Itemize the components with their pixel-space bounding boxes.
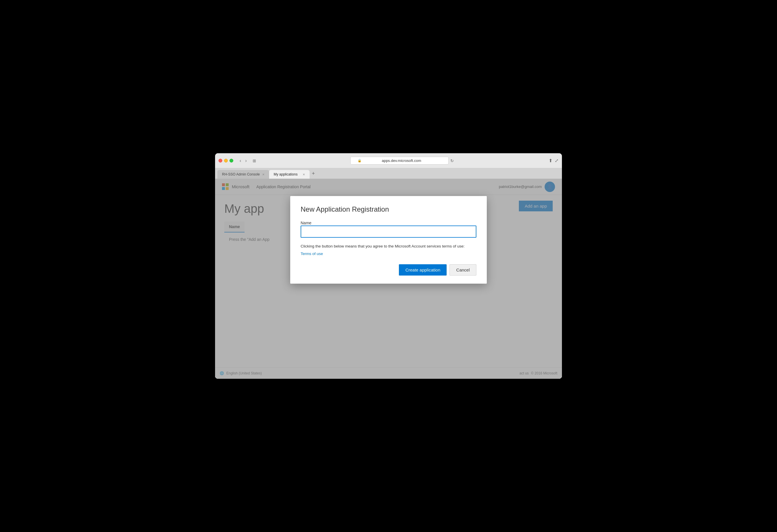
address-bar-text: apps.dev.microsoft.com: [363, 158, 440, 163]
close-button[interactable]: [219, 159, 222, 163]
cancel-button[interactable]: Cancel: [449, 264, 476, 276]
minimize-button[interactable]: [224, 159, 228, 163]
tab-rh-sso-label: RH-SSO Admin Console: [222, 172, 260, 176]
browser-window: ‹ › ⊞ 🔒 apps.dev.microsoft.com ↻ ⬆ ⤢ RH-…: [215, 153, 562, 379]
tab-rh-sso-close[interactable]: ✕: [262, 173, 264, 176]
modal-dialog: New Application Registration Name Clicki…: [290, 196, 487, 284]
create-application-button[interactable]: Create application: [399, 264, 447, 276]
tab-layout-button[interactable]: ⊞: [251, 157, 258, 164]
title-bar-actions: ⬆ ⤢: [549, 158, 558, 164]
back-nav-button[interactable]: ‹: [238, 157, 243, 165]
tab-my-applications-label: My applications: [274, 172, 298, 176]
tab-my-applications[interactable]: My applications ✕: [269, 170, 310, 179]
address-bar[interactable]: 🔒 apps.dev.microsoft.com: [350, 157, 449, 165]
forward-nav-button[interactable]: ›: [243, 157, 248, 165]
fullscreen-button[interactable]: ⤢: [555, 158, 558, 164]
modal-actions: Create application Cancel: [301, 264, 476, 276]
tab-rh-sso[interactable]: RH-SSO Admin Console ✕: [217, 170, 269, 179]
modal-title: New Application Registration: [301, 205, 476, 213]
address-bar-container: 🔒 apps.dev.microsoft.com ↻: [260, 157, 544, 165]
lock-icon: 🔒: [357, 159, 362, 163]
tabs-bar: RH-SSO Admin Console ✕ My applications ✕…: [215, 168, 562, 179]
tab-my-applications-close[interactable]: ✕: [303, 173, 305, 176]
name-label: Name: [301, 221, 311, 225]
title-bar: ‹ › ⊞ 🔒 apps.dev.microsoft.com ↻ ⬆ ⤢: [215, 153, 562, 168]
tos-text: Clicking the button below means that you…: [301, 243, 476, 249]
modal-overlay: New Application Registration Name Clicki…: [215, 179, 562, 379]
app-name-input[interactable]: [301, 225, 476, 238]
traffic-lights: [219, 159, 233, 163]
nav-buttons: ‹ ›: [238, 157, 249, 165]
terms-of-use-link[interactable]: Terms of use: [301, 251, 323, 256]
new-tab-button[interactable]: +: [310, 171, 317, 177]
share-button[interactable]: ⬆: [549, 158, 552, 164]
refresh-button[interactable]: ↻: [450, 158, 454, 163]
page-content: Microsoft Application Registration Porta…: [215, 179, 562, 379]
maximize-button[interactable]: [229, 159, 233, 163]
